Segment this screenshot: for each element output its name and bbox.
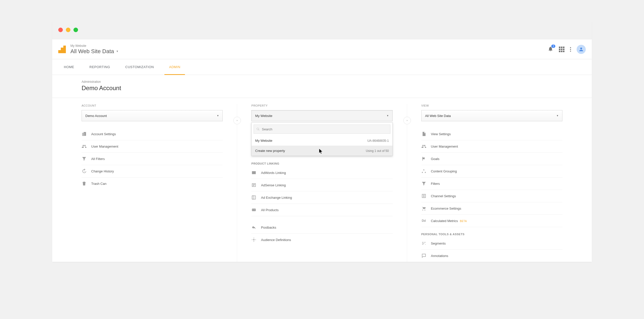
nav-tab-customization[interactable]: CUSTOMIZATION [121,59,159,75]
group-icon [421,169,426,174]
admin-columns: ACCOUNT Demo Account ▼ Account Settings … [52,98,592,262]
account-selector[interactable]: Demo Account ▼ [82,110,223,121]
app-window: My Website All Web Site Data ▼ 3 [52,20,592,262]
product-linking-label: PRODUCT LINKING [251,156,392,167]
nav-tab-admin[interactable]: ADMIN [164,59,185,75]
document-icon [421,131,426,136]
all-filters-link[interactable]: All Filters [82,153,223,165]
change-history-link[interactable]: Change History [82,165,223,177]
notifications-badge: 3 [551,45,555,48]
annotations-link[interactable]: Annotations [421,250,562,262]
window-maximize-icon[interactable] [73,28,78,32]
users-icon [421,144,426,149]
view-column: VIEW All Web Site Data ▼ View Settings U… [407,104,592,262]
personal-tools-label: PERSONAL TOOLS & ASSETS [421,227,562,237]
window-titlebar [52,20,592,39]
view-selector[interactable]: My Website All Web Site Data ▼ [70,44,119,55]
window-close-icon[interactable] [58,28,63,32]
prev-arrow-button[interactable] [403,117,411,124]
caret-down-icon: ▼ [217,114,219,117]
caret-down-icon: ▼ [387,114,389,117]
comment-icon [421,253,426,258]
main-nav: HOME REPORTING CUSTOMIZATION ADMIN [52,59,592,75]
cart-icon [421,206,426,211]
user-avatar[interactable] [577,45,586,54]
search-icon [256,127,260,131]
account-user-management-link[interactable]: User Management [82,140,223,153]
trash-icon [82,181,87,186]
apps-icon[interactable] [559,47,564,52]
svg-point-4 [254,210,255,210]
create-new-property-option[interactable]: Create new property Using 1 out of 50 [252,146,392,156]
building-icon [82,131,87,136]
property-search[interactable] [254,125,390,134]
notifications-button[interactable]: 3 [548,46,553,52]
nav-tab-reporting[interactable]: REPORTING [85,59,115,75]
audience-definitions-link[interactable]: Audience Definitions [251,234,392,246]
svg-rect-1 [252,196,254,199]
all-products-link[interactable]: All Products [251,204,392,216]
account-label: ACCOUNT [82,104,223,107]
reply-icon [251,225,256,230]
target-icon [251,237,256,242]
header-subtitle: My Website [70,44,119,48]
view-user-management-link[interactable]: User Management [421,140,562,153]
dd-icon: Dd [421,218,426,223]
nav-tab-home[interactable]: HOME [59,59,79,75]
caret-down-icon: ▼ [116,50,119,53]
property-search-input[interactable] [262,127,388,131]
svg-point-3 [253,210,254,210]
person-icon [578,47,584,52]
trash-can-link[interactable]: Trash Can [82,177,223,190]
caret-down-icon: ▼ [556,114,559,117]
prev-arrow-button[interactable] [233,117,241,124]
arrow-right-icon [235,119,239,122]
funnel-icon [421,181,426,186]
view-filters-link[interactable]: Filters [421,177,562,190]
cursor-icon [319,149,323,154]
users-icon [82,144,87,149]
property-column: PROPERTY My Website ▼ My Website UA-8646… [237,104,407,262]
square-icon [251,195,256,200]
page-heading: Administration Demo Account [52,75,592,98]
history-icon [82,169,87,174]
view-label: VIEW [421,104,562,107]
breadcrumb: Administration [82,80,592,84]
property-dropdown: My Website UA-86468835-1 Create new prop… [251,122,392,156]
channel-settings-link[interactable]: Channel Settings [421,190,562,202]
header-title: All Web Site Data [70,48,114,55]
flag-icon [421,156,426,161]
more-icon[interactable] [570,47,571,52]
segments-link[interactable]: Segments [421,237,562,250]
window-minimize-icon[interactable] [66,28,70,32]
list-icon [251,183,256,188]
view-selector-dropdown[interactable]: All Web Site Data ▼ [421,110,562,121]
arrow-right-icon [405,119,409,122]
content-grouping-link[interactable]: Content Grouping [421,165,562,177]
goals-link[interactable]: Goals [421,153,562,165]
calculated-metrics-link[interactable]: Dd Calculated Metrics BETA [421,215,562,227]
adwords-linking-link[interactable]: AdWords Linking [251,167,392,179]
postbacks-link[interactable]: Postbacks [251,221,392,234]
segments-icon [421,241,426,246]
card-icon [251,170,256,175]
ad-exchange-linking-link[interactable]: Ad Exchange Linking [251,191,392,204]
property-selector[interactable]: My Website ▼ [251,110,392,121]
page-title: Demo Account [82,85,592,92]
property-label: PROPERTY [251,104,392,107]
analytics-logo-icon [58,46,66,53]
property-option-my-website[interactable]: My Website UA-86468835-1 [252,136,392,146]
beta-badge: BETA [460,220,467,223]
funnel-icon [82,156,87,161]
svg-point-5 [253,239,255,241]
view-settings-link[interactable]: View Settings [421,128,562,140]
account-column: ACCOUNT Demo Account ▼ Account Settings … [52,104,237,262]
grid-icon [251,207,256,212]
app-header: My Website All Web Site Data ▼ 3 [52,39,592,59]
ecommerce-settings-link[interactable]: Ecommerce Settings [421,202,562,215]
svg-rect-2 [252,209,256,211]
adsense-linking-link[interactable]: AdSense Linking [251,179,392,191]
account-settings-link[interactable]: Account Settings [82,128,223,140]
sliders-icon [421,193,426,198]
